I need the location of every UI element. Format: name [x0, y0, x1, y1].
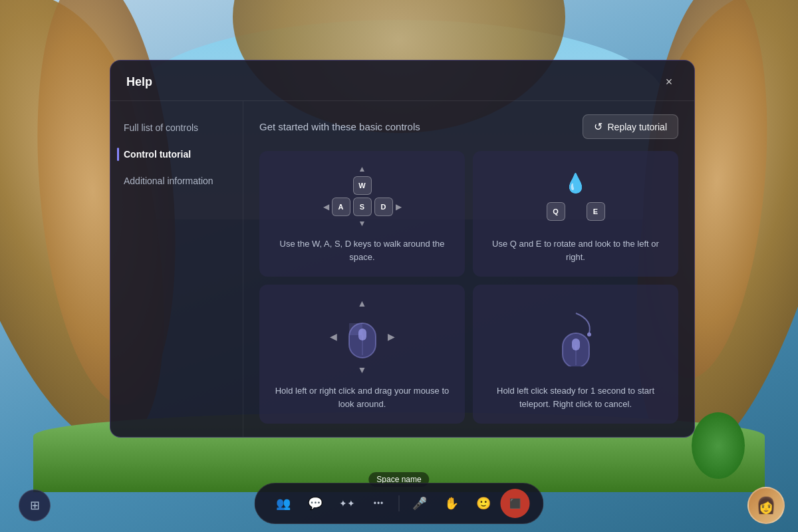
wasd-middle-row: ◀ A S D ▶ — [323, 198, 402, 216]
svg-point-3 — [587, 332, 591, 336]
reactions-icon: ✦✦ — [339, 498, 355, 509]
hand-icon: ✋ — [444, 496, 459, 511]
replay-label: Replay tutorial — [608, 122, 668, 132]
mouse-svg — [342, 310, 382, 363]
avatar-button[interactable]: 👩 — [747, 487, 785, 524]
people-icon: 👥 — [276, 496, 291, 511]
mouse-arrow-up: ▲ — [358, 298, 367, 309]
close-icon: × — [666, 75, 673, 89]
key-a: A — [332, 198, 350, 216]
control-card-mouse-drag: ▲ ◀ ▶ — [259, 285, 465, 424]
mic-icon: 🎤 — [412, 496, 427, 511]
sidebar: Full list of controls Control tutorial A… — [110, 101, 243, 437]
arrow-up-icon: ▲ — [358, 164, 366, 174]
taskbar-reactions-button[interactable]: ✦✦ — [332, 489, 362, 518]
chat-icon: 💬 — [308, 496, 323, 511]
mouse-drag-description: Hold left or right click and drag your m… — [270, 384, 454, 410]
wasd-w-row: W — [353, 176, 372, 195]
emoji-icon: 🙂 — [476, 496, 491, 511]
taskbar-hand-button[interactable]: ✋ — [437, 489, 466, 518]
taskbar: 👥 💬 ✦✦ ••• 🎤 ✋ 🙂 ⬛ — [255, 483, 544, 524]
control-card-teleport: Hold left click steady for 1 second to s… — [473, 285, 678, 424]
panel-title: Help — [126, 75, 152, 89]
sidebar-item-control-tutorial[interactable]: Control tutorial — [110, 141, 243, 168]
qe-layout: 💧 Q E — [547, 172, 605, 221]
close-button[interactable]: × — [660, 72, 678, 91]
teleport-description: Hold left click steady for 1 second to s… — [483, 384, 668, 410]
taskbar-emoji-button[interactable]: 🙂 — [469, 489, 498, 518]
taskbar-more-button[interactable]: ••• — [364, 489, 394, 518]
replay-tutorial-button[interactable]: ↺ Replay tutorial — [583, 114, 679, 139]
mouse-drag-visual: ▲ ◀ ▶ — [270, 298, 454, 375]
key-s: S — [353, 198, 372, 216]
wasd-bottom-row: ▼ — [358, 219, 366, 228]
svg-rect-6 — [572, 338, 580, 350]
menu-button[interactable]: ⊞ — [19, 489, 51, 521]
help-panel: Help × Full list of controls Control tut… — [110, 60, 695, 438]
arrow-down-icon: ▼ — [358, 219, 366, 228]
qe-visual: 💧 Q E — [483, 164, 668, 228]
content-subtitle: Get started with these basic controls — [259, 121, 420, 132]
mouse-arrow-down: ▼ — [358, 364, 367, 375]
wasd-visual: ▲ W ◀ A S D ▶ — [270, 164, 454, 228]
avatar-icon: 👩 — [756, 496, 776, 515]
water-drop-icon: 💧 — [564, 172, 587, 194]
content-header: Get started with these basic controls ↺ … — [259, 114, 678, 139]
arrow-right-icon: ▶ — [396, 202, 402, 211]
mouse-arrow-left: ◀ — [330, 331, 337, 342]
tree — [692, 412, 745, 479]
mouse-center-row: ◀ ▶ — [330, 310, 395, 363]
mouse-with-arrows: ▲ ◀ ▶ — [330, 298, 395, 375]
content-area: Get started with these basic controls ↺ … — [243, 101, 694, 437]
key-q: Q — [547, 202, 565, 221]
taskbar-divider — [399, 495, 400, 511]
wasd-description: Use the W, A, S, D keys to walk around t… — [270, 237, 454, 263]
sidebar-item-full-controls[interactable]: Full list of controls — [110, 114, 243, 141]
wasd-top-row: ▲ — [358, 164, 366, 174]
taskbar-chat-button[interactable]: 💬 — [301, 489, 330, 518]
key-e: E — [587, 202, 605, 221]
key-d: D — [374, 198, 393, 216]
qe-description: Use Q and E to rotate and look to the le… — [483, 237, 668, 263]
panel-body: Full list of controls Control tutorial A… — [110, 101, 694, 437]
mouse-arrow-right: ▶ — [388, 331, 395, 342]
replay-icon: ↺ — [594, 120, 602, 133]
menu-grid-icon: ⊞ — [30, 498, 40, 513]
key-w: W — [353, 176, 372, 195]
taskbar-mic-button[interactable]: 🎤 — [405, 489, 434, 518]
more-icon: ••• — [374, 499, 384, 508]
sidebar-item-additional-info[interactable]: Additional information — [110, 168, 243, 194]
arrow-left-icon: ◀ — [323, 202, 329, 211]
teleport-svg — [549, 307, 602, 366]
leave-icon: ⬛ — [509, 498, 521, 509]
taskbar-people-button[interactable]: 👥 — [269, 489, 298, 518]
control-card-wasd: ▲ W ◀ A S D ▶ — [259, 151, 465, 277]
panel-header: Help × — [110, 61, 694, 101]
teleport-visual — [483, 298, 668, 375]
taskbar-leave-button[interactable]: ⬛ — [501, 489, 530, 518]
control-card-qe: 💧 Q E Use Q and E to rotate and look to … — [473, 151, 678, 277]
wasd-layout: ▲ W ◀ A S D ▶ — [323, 164, 402, 228]
teleport-layout — [549, 307, 602, 366]
qe-keys-row: Q E — [547, 202, 605, 221]
controls-grid: ▲ W ◀ A S D ▶ — [259, 151, 678, 424]
